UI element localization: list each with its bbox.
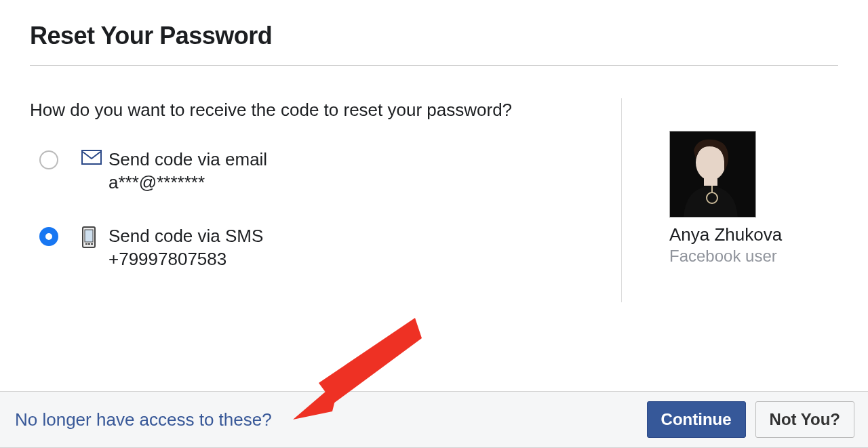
- options-panel: How do you want to receive the code to r…: [30, 98, 621, 302]
- footer-bar: No longer have access to these? Continue…: [0, 391, 868, 448]
- not-you-button[interactable]: Not You?: [755, 401, 854, 438]
- option-sms[interactable]: Send code via SMS +79997807583: [30, 226, 601, 271]
- radio-email[interactable]: [39, 150, 58, 169]
- user-panel: Anya Zhukova Facebook user: [621, 98, 838, 302]
- svg-rect-2: [85, 230, 93, 242]
- phone-icon: [81, 226, 102, 247]
- user-role: Facebook user: [669, 247, 838, 266]
- prompt-text: How do you want to receive the code to r…: [30, 98, 601, 122]
- continue-button[interactable]: Continue: [647, 401, 746, 438]
- radio-sms[interactable]: [39, 227, 58, 246]
- email-icon: [81, 150, 102, 170]
- svg-rect-8: [704, 176, 717, 186]
- svg-rect-3: [85, 243, 87, 245]
- svg-rect-4: [88, 243, 90, 245]
- option-email[interactable]: Send code via email a***@*******: [30, 149, 601, 195]
- page-title: Reset Your Password: [30, 22, 838, 66]
- avatar: [669, 131, 756, 218]
- option-sms-detail: +79997807583: [108, 248, 263, 271]
- option-email-detail: a***@*******: [108, 171, 267, 195]
- svg-rect-0: [82, 150, 101, 164]
- option-email-label: Send code via email: [108, 149, 267, 170]
- svg-rect-5: [91, 243, 93, 245]
- user-name: Anya Zhukova: [669, 224, 838, 245]
- no-access-link[interactable]: No longer have access to these?: [15, 409, 272, 430]
- option-sms-label: Send code via SMS: [108, 226, 263, 247]
